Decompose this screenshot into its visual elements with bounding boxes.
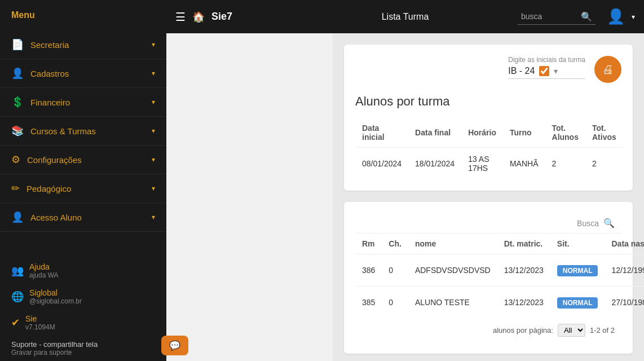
search-input[interactable] <box>521 12 577 21</box>
busca-search-icon[interactable]: 🔍 <box>603 218 615 228</box>
pagination-select[interactable]: All 10 25 <box>558 324 585 337</box>
sidebar-item-label: Secretaria <box>30 40 69 50</box>
pagination-range: 1-2 of 2 <box>590 326 615 334</box>
col-tot-alunos: Tot. Alunos <box>545 118 585 148</box>
cell-data-nasc-0: 12/12/1998 <box>605 254 644 287</box>
cell-tot-alunos: 2 <box>545 148 585 180</box>
print-button[interactable]: 🖨 <box>594 56 621 83</box>
cell-nome-1: ALUNO TESTE <box>408 287 497 319</box>
document-icon: 📄 <box>11 38 24 51</box>
alunos-table-card: Busca 🔍 Rm Ch. nome Dt. matric. Sit. Dat… <box>344 202 633 354</box>
status-badge: NORMAL <box>557 297 598 309</box>
pagination-row: alunos por página: All 10 25 1-2 of 2 <box>355 318 621 342</box>
person-icon: 👤 <box>11 67 24 80</box>
sidebar-item-secretaria[interactable]: 📄 Secretaria ▾ <box>0 30 166 59</box>
chevron-down-icon: ▾ <box>152 41 155 49</box>
sidebar-item-label: Pedagógico <box>27 184 71 193</box>
col-ch: Ch. <box>382 234 408 254</box>
main-content: Digite as iniciais da turma IB - 24 ▾ 🖨 … <box>333 33 644 361</box>
book-icon: 📚 <box>11 125 24 137</box>
user-dropdown-icon[interactable]: ▾ <box>632 13 635 21</box>
col-nome: nome <box>408 234 497 254</box>
turma-dropdown-button[interactable]: ▾ <box>554 67 558 76</box>
alunos-table: Rm Ch. nome Dt. matric. Sit. Data nasc. … <box>355 234 644 318</box>
ajuda-sub: ajuda WA <box>29 271 59 279</box>
turma-filter-card: Digite as iniciais da turma IB - 24 ▾ 🖨 … <box>344 45 633 191</box>
sidebar: Menu 📄 Secretaria ▾ 👤 Cadastros ▾ 💲 Fina… <box>0 0 166 361</box>
search-icon[interactable]: 🔍 <box>581 11 592 22</box>
sidebar-item-cursos-turmas[interactable]: 📚 Cursos & Turmas ▾ <box>0 117 166 146</box>
cell-ch-0: 0 <box>382 254 408 287</box>
col-sit: Sit. <box>550 234 605 254</box>
sidebar-item-label: Cadastros <box>30 69 69 78</box>
page-title: Lista Turma <box>382 12 429 22</box>
sidebar-item-label: Acesso Aluno <box>30 213 82 222</box>
check-icon: ✔ <box>11 316 20 329</box>
cell-data-final: 18/01/2024 <box>408 148 461 180</box>
cell-horario: 13 AS 17HS <box>461 148 503 180</box>
sie-label: Sie <box>25 314 55 323</box>
home-icon[interactable]: 🏠 <box>192 11 205 23</box>
col-data-final: Data final <box>408 118 461 148</box>
sidebar-item-pedagogico[interactable]: ✏ Pedagógico ▾ <box>0 174 166 203</box>
notification-button[interactable]: 💬 <box>161 336 188 355</box>
pagination-label: alunos por página: <box>493 326 553 334</box>
sidebar-title: Menu <box>0 0 166 30</box>
col-data-inicial: Data inicial <box>355 118 408 148</box>
sidebar-bottom-sie: ✔ Sie v7.1094M <box>0 310 166 336</box>
cell-data-nasc-1: 27/10/1982 <box>605 287 644 319</box>
support-label: Suporte - compartilhar tela <box>11 340 155 349</box>
chevron-down-icon: ▾ <box>152 213 155 221</box>
sidebar-item-cadastros[interactable]: 👤 Cadastros ▾ <box>0 59 166 88</box>
turma-value: IB - 24 <box>508 66 535 76</box>
help-icon: 👥 <box>11 265 24 277</box>
table-row: 08/01/2024 18/01/2024 13 AS 17HS MANHÃ 2… <box>355 148 623 180</box>
sidebar-item-acesso-aluno[interactable]: 👤 Acesso Aluno ▾ <box>0 203 166 232</box>
table-row: 385 0 ALUNO TESTE 13/12/2023 NORMAL 27/1… <box>355 287 644 319</box>
col-turno: Turno <box>503 118 545 148</box>
sidebar-bottom-ajuda: 👥 Ajuda ajuda WA <box>0 258 166 284</box>
col-horario: Horário <box>461 118 503 148</box>
cell-nome-0: ADFSDVSDVSDVSD <box>408 254 497 287</box>
cell-sit-0: NORMAL <box>550 254 605 287</box>
search-area: 🔍 <box>518 9 596 25</box>
hamburger-icon[interactable]: ☰ <box>175 10 186 24</box>
sidebar-item-label: Financeiro <box>30 98 70 107</box>
app-name: Sie7 <box>211 11 232 23</box>
col-tot-ativos: Tot. Ativos <box>585 118 623 148</box>
busca-label: Busca <box>577 219 599 228</box>
cell-turno: MANHÃ <box>503 148 545 180</box>
user-avatar-icon[interactable]: 👤 <box>607 8 625 25</box>
cell-ch-1: 0 <box>382 287 408 319</box>
ajuda-label: Ajuda <box>29 262 59 271</box>
siglobal-label: Siglobal <box>29 288 82 297</box>
turma-checkbox[interactable] <box>539 66 549 76</box>
sidebar-item-configuracoes[interactable]: ⚙ Configurações ▾ <box>0 146 166 174</box>
sidebar-item-label: Configurações <box>27 155 82 165</box>
globe-icon: 🌐 <box>11 290 24 303</box>
chevron-down-icon: ▾ <box>152 69 155 77</box>
sidebar-item-financeiro[interactable]: 💲 Financeiro ▾ <box>0 88 166 117</box>
col-rm: Rm <box>355 234 382 254</box>
section-title: Alunos por turma <box>355 94 621 109</box>
cell-data-inicial: 08/01/2024 <box>355 148 408 180</box>
sidebar-support: Suporte - compartilhar tela Gravar para … <box>0 336 166 361</box>
pencil-icon: ✏ <box>11 182 20 195</box>
chevron-down-icon: ▾ <box>152 127 155 135</box>
turma-selector: Digite as iniciais da turma IB - 24 ▾ <box>508 56 585 79</box>
sie-sub: v7.1094M <box>25 323 55 331</box>
sidebar-item-label: Cursos & Turmas <box>30 126 96 136</box>
cell-tot-ativos: 2 <box>585 148 623 180</box>
student-icon: 👤 <box>11 211 24 223</box>
siglobal-sub: @siglobal.com.br <box>29 297 82 305</box>
table-row: 386 0 ADFSDVSDVSDVSD 13/12/2023 NORMAL 1… <box>355 254 644 287</box>
chevron-down-icon: ▾ <box>152 184 155 192</box>
dollar-icon: 💲 <box>11 96 24 108</box>
summary-table-container: Data inicial Data final Horário Turno To… <box>355 118 621 179</box>
summary-table: Data inicial Data final Horário Turno To… <box>355 118 623 179</box>
cell-dt-matric-0: 13/12/2023 <box>497 254 550 287</box>
status-badge: NORMAL <box>557 265 598 276</box>
busca-row: Busca 🔍 <box>355 213 621 234</box>
chevron-down-icon: ▾ <box>152 156 155 164</box>
cell-rm-1: 385 <box>355 287 382 319</box>
